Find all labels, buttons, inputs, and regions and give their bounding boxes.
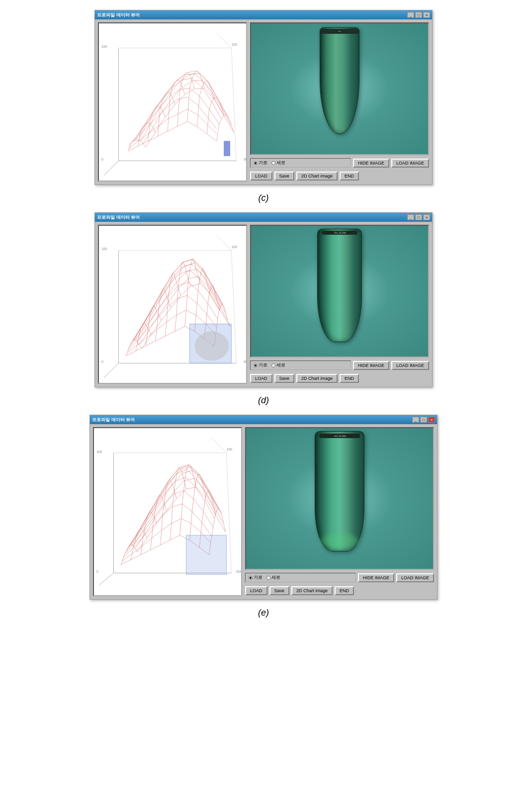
title-buttons-e: _ □ × [412,417,435,423]
window-d: 프로파일 데이터 뷰어 _ □ × 100 500 100 [94,212,433,387]
svg-line-27 [226,453,231,573]
title-bar-c: 프로파일 데이터 뷰어 _ □ × [95,10,432,19]
maximize-btn-c[interactable]: □ [415,12,422,18]
bottom-row-d: LOAD Save 2D Chart image END [250,373,429,384]
svg-line-4 [231,48,236,161]
camera-view-d: -30.313M [250,225,429,358]
chart-image-btn-d[interactable]: 2D Chart image [296,374,338,383]
load-image-btn-d[interactable]: LOAD IMAGE [391,361,429,370]
radio-dot-c-1[interactable] [271,161,275,165]
content-d: 100 500 100 0 [95,222,432,387]
maximize-btn-d[interactable]: □ [415,214,422,220]
title-bar-e: 프로파일 데이터 뷰어 _ □ × [90,415,437,424]
radio-label-c-1[interactable]: 세로 [271,160,285,166]
artifact-label-e: -30.313M [319,434,360,438]
window-e: 프로파일 데이터 뷰어 _ □ × 100 500 100 [89,415,438,600]
radio-dot-c-0[interactable] [254,161,258,165]
radio-dot-d-1[interactable] [271,363,275,367]
title-text-c: 프로파일 데이터 뷰어 [97,12,140,18]
content-e: 100 500 100 0 [90,424,437,599]
content-c: 100 500 100 0 [95,19,432,184]
svg-text:100: 100 [96,450,102,453]
close-btn-d[interactable]: × [423,214,430,220]
svg-text:100: 100 [226,448,232,451]
restore-btn-e[interactable]: □ [420,417,427,423]
artifact-top-c: ▪▪▪ [320,29,359,34]
radio-label-d-0[interactable]: 가로 [254,362,267,368]
chart-panel-c: 100 500 100 0 [98,22,247,181]
caption-c: (c) [259,193,269,203]
svg-text:500: 500 [244,158,246,161]
svg-text:100: 100 [231,245,237,249]
artifact-glow-e [320,534,359,548]
3d-chart-e: 100 500 100 0 [94,428,241,595]
svg-line-2 [104,161,119,176]
radio-label-c-0[interactable]: 가로 [254,160,267,166]
controls-row1-e: 가로 세로 HIDE IMAGE LOAD IMAGE [245,572,434,583]
title-text-e: 프로파일 데이터 뷰어 [92,417,135,423]
window-c: 프로파일 데이터 뷰어 _ □ × 100 [94,10,433,185]
minimize-btn-e[interactable]: _ [412,417,419,423]
svg-line-28 [212,438,227,453]
svg-text:500: 500 [244,360,246,363]
caption-e: (e) [258,608,269,618]
artifact-label-d: -30.313M [322,231,357,235]
chart-image-btn-c[interactable]: 2D Chart image [296,172,338,180]
end-btn-e[interactable]: END [335,586,354,595]
svg-text:100: 100 [101,45,107,48]
hide-image-btn-d[interactable]: HIDE IMAGE [353,361,389,370]
minimize-btn-d[interactable]: _ [407,214,414,220]
hide-image-btn-c[interactable]: HIDE IMAGE [353,159,389,168]
hide-image-btn-e[interactable]: HIDE IMAGE [358,573,394,582]
save-btn-d[interactable]: Save [274,374,295,383]
svg-rect-10 [224,141,230,156]
svg-point-22 [194,331,229,361]
camera-view-e: -30.313M [245,427,434,570]
right-panel-d: -30.313M 가로 세로 H [250,225,429,384]
radio-label-e-0[interactable]: 가로 [249,574,263,581]
load-image-btn-e[interactable]: LOAD IMAGE [396,573,434,582]
radio-label-d-1[interactable]: 세로 [271,362,285,368]
svg-text:0: 0 [101,158,103,161]
svg-rect-33 [186,535,226,574]
bottom-row-e: LOAD Save 2D Chart image END [245,585,434,596]
load-btn-e[interactable]: LOAD [245,586,267,595]
load-btn-d[interactable]: LOAD [250,374,272,383]
main-container: 프로파일 데이터 뷰어 _ □ × 100 [0,10,527,622]
radio-dot-e-0[interactable] [249,576,253,580]
right-panel-e: -30.313M 가로 세로 [245,427,434,596]
radio-group-e: 가로 세로 [245,573,356,582]
artifact-c: ▪▪▪ [320,27,359,134]
svg-text:100: 100 [231,43,237,46]
save-btn-e[interactable]: Save [269,586,290,595]
end-btn-c[interactable]: END [340,172,359,180]
radio-label-e-1[interactable]: 세로 [266,574,280,581]
svg-text:0: 0 [101,360,103,363]
load-btn-c[interactable]: LOAD [250,172,272,180]
radio-dot-e-1[interactable] [266,576,270,580]
caption-d: (d) [258,395,269,406]
radio-group-c: 가로 세로 [250,158,351,168]
end-btn-d[interactable]: END [340,374,359,383]
chart-image-btn-e[interactable]: 2D Chart image [291,586,333,595]
save-btn-c[interactable]: Save [274,172,295,180]
radio-dot-d-0[interactable] [254,363,258,367]
title-buttons-d: _ □ × [407,214,430,220]
artifact-d: -30.313M [317,229,362,342]
svg-text:100: 100 [101,247,107,251]
close-btn-c[interactable]: × [423,12,430,18]
bottom-row-c: LOAD Save 2D Chart image END [250,171,429,181]
radio-group-d: 가로 세로 [250,361,351,370]
load-image-btn-c[interactable]: LOAD IMAGE [391,159,429,168]
svg-line-16 [217,236,232,251]
controls-row1-d: 가로 세로 HIDE IMAGE LOAD IMAGE [250,360,429,371]
3d-chart-d: 100 500 100 0 [99,226,246,383]
chart-panel-e: 100 500 100 0 [93,427,242,596]
title-buttons-c: _ □ × [407,12,430,18]
svg-text:0: 0 [96,570,98,573]
minimize-btn-c[interactable]: _ [407,12,414,18]
svg-line-25 [99,573,114,585]
close-btn-e[interactable]: × [428,417,435,423]
svg-line-13 [104,363,119,378]
title-text-d: 프로파일 데이터 뷰어 [97,214,140,221]
